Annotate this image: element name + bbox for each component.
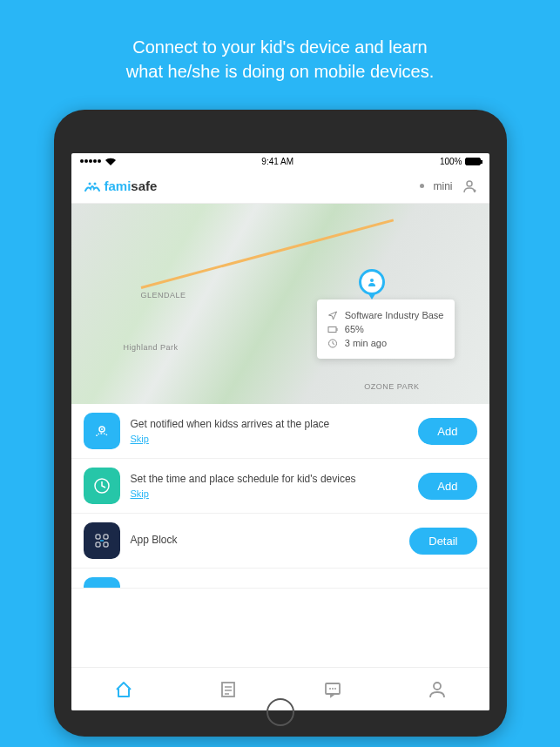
- screen: 9:41 AM 100% famisafe mini GLENDALE WOOD…: [71, 153, 489, 710]
- partial-icon: [84, 577, 120, 588]
- map-label: GLENDALE: [141, 291, 186, 299]
- svg-point-3: [473, 189, 476, 192]
- svg-point-16: [102, 540, 104, 542]
- feature-partial: [71, 569, 489, 589]
- feature-appblock: App Block Detail: [71, 514, 489, 569]
- battery-icon: [465, 158, 481, 165]
- promo-text: Connect to your kid's device and learn w…: [126, 35, 435, 84]
- svg-rect-14: [104, 542, 108, 547]
- info-time: 3 min ago: [345, 338, 387, 348]
- info-location: Software Industry Base: [345, 310, 444, 320]
- nav-chat[interactable]: [315, 679, 350, 700]
- app-grid-icon: [84, 522, 120, 559]
- battery-percent: 100%: [440, 157, 462, 166]
- nav-home[interactable]: [106, 679, 141, 700]
- device-label[interactable]: mini: [433, 180, 452, 192]
- map-label: Highland Park: [124, 343, 179, 352]
- detail-button[interactable]: Detail: [409, 528, 476, 555]
- svg-point-25: [434, 683, 441, 690]
- svg-point-2: [467, 181, 472, 186]
- feature-title: Get notified when kidss arrives at the p…: [131, 418, 408, 432]
- home-button[interactable]: [267, 698, 294, 726]
- location-pin-icon: [84, 413, 120, 449]
- svg-rect-12: [104, 535, 108, 539]
- feature-list: Get notified when kidss arrives at the p…: [71, 404, 489, 667]
- nav-document[interactable]: [211, 679, 246, 700]
- status-bar: 9:41 AM 100%: [71, 153, 489, 169]
- person-icon: [367, 277, 377, 287]
- document-icon: [218, 679, 239, 700]
- clock-schedule-icon: [84, 468, 120, 504]
- feature-title: App Block: [131, 534, 400, 548]
- svg-point-24: [334, 688, 336, 690]
- feature-geofence: Get notified when kidss arrives at the p…: [71, 404, 489, 459]
- svg-point-9: [101, 428, 103, 430]
- svg-point-15: [100, 540, 102, 542]
- tablet-frame: 9:41 AM 100% famisafe mini GLENDALE WOOD…: [54, 110, 507, 737]
- location-info-card: Software Industry Base 65% 3 min ago: [317, 299, 455, 359]
- svg-point-4: [370, 279, 374, 282]
- status-time: 9:41 AM: [261, 157, 293, 166]
- chat-icon: [322, 679, 343, 700]
- add-button[interactable]: Add: [418, 473, 476, 500]
- home-icon: [113, 679, 134, 700]
- user-icon: [427, 679, 448, 700]
- battery-outline-icon: [327, 326, 338, 333]
- svg-rect-6: [336, 328, 337, 331]
- nav-profile[interactable]: [420, 679, 455, 700]
- wifi-icon: [105, 158, 116, 165]
- map-label: OZONE PARK: [364, 382, 419, 391]
- logo[interactable]: famisafe: [84, 178, 158, 193]
- add-button[interactable]: Add: [418, 418, 476, 445]
- svg-rect-13: [96, 542, 100, 547]
- location-marker[interactable]: [359, 269, 385, 295]
- device-status-dot: [420, 184, 424, 188]
- feature-schedule: Set the time and place schedule for kid'…: [71, 459, 489, 514]
- svg-point-0: [88, 182, 91, 185]
- svg-point-23: [332, 688, 334, 690]
- svg-point-22: [329, 688, 331, 690]
- svg-rect-5: [328, 326, 336, 332]
- navigation-icon: [327, 311, 338, 320]
- skip-link[interactable]: Skip: [131, 488, 408, 499]
- feature-title: Set the time and place schedule for kid'…: [131, 473, 408, 487]
- skip-link[interactable]: Skip: [131, 434, 408, 444]
- clock-icon: [327, 339, 338, 348]
- signal-icon: [80, 159, 101, 163]
- profile-icon[interactable]: [462, 178, 477, 194]
- map[interactable]: GLENDALE WOODHAV Highland Park OZONE PAR…: [71, 204, 489, 404]
- app-header: famisafe mini: [71, 169, 489, 204]
- svg-point-1: [93, 182, 96, 185]
- info-battery: 65%: [345, 324, 364, 334]
- logo-icon: [84, 180, 101, 192]
- svg-rect-11: [96, 535, 100, 539]
